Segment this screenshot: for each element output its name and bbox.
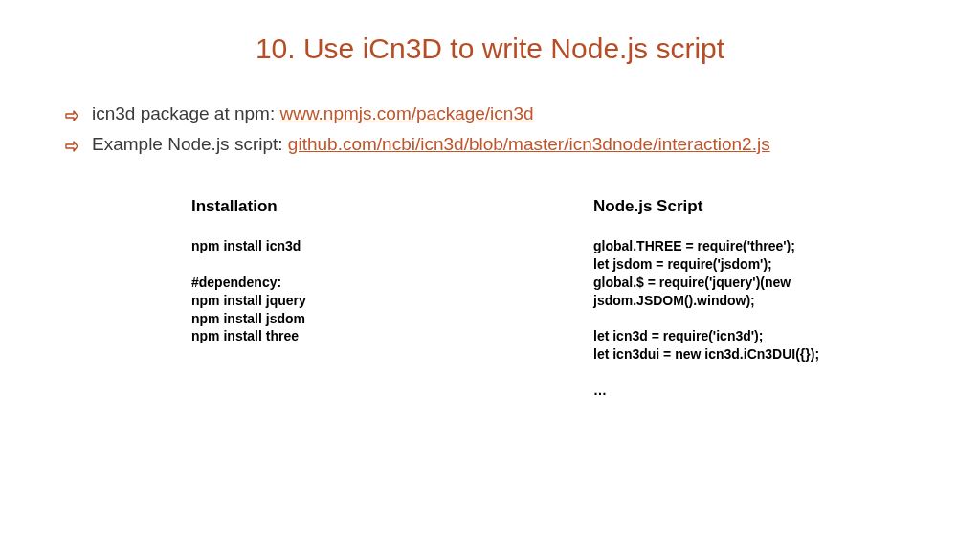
bullet-list: icn3d package at npm: www.npmjs.com/pack… [65,103,942,165]
bullet-arrow-icon [65,141,78,152]
bullet-text: Example Node.js script: github.com/ncbi/… [92,134,942,155]
script-column: Node.js Script global.THREE = require('t… [593,197,880,400]
npm-link[interactable]: www.npmjs.com/package/icn3d [279,103,533,123]
installation-heading: Installation [191,197,479,216]
slide-title: 10. Use iCn3D to write Node.js script [0,33,980,65]
installation-column: Installation npm install icn3d #dependen… [191,197,479,400]
installation-body: npm install icn3d #dependency: npm insta… [191,237,479,345]
script-heading: Node.js Script [593,197,880,216]
bullet-label: icn3d package at npm: [92,103,279,123]
bullet-item: Example Node.js script: github.com/ncbi/… [65,134,942,155]
script-body: global.THREE = require('three'); let jsd… [593,237,880,400]
bullet-arrow-icon [65,110,78,121]
bullet-label: Example Node.js script: [92,134,288,154]
bullet-text: icn3d package at npm: www.npmjs.com/pack… [92,103,942,124]
code-columns: Installation npm install icn3d #dependen… [191,197,880,400]
bullet-item: icn3d package at npm: www.npmjs.com/pack… [65,103,942,124]
github-link[interactable]: github.com/ncbi/icn3d/blob/master/icn3dn… [288,134,770,154]
